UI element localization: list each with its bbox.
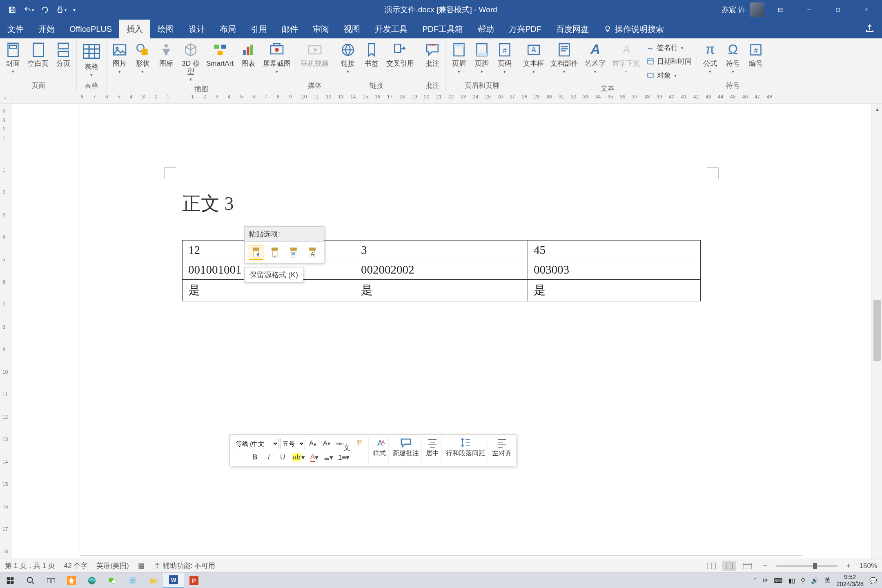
mini-new-comment[interactable]: 新建批注 — [390, 437, 422, 464]
taskbar-app-notes[interactable] — [122, 573, 143, 588]
paste-keep-text-only[interactable]: A — [305, 245, 320, 260]
footer-button[interactable]: 页脚▾ — [471, 40, 492, 76]
maximize-button[interactable] — [826, 0, 850, 20]
ribbon-display-options-button[interactable] — [768, 0, 793, 20]
page-break-button[interactable]: 分页 — [53, 40, 74, 69]
tab-pdf-toolkit[interactable]: PDF工具箱 — [415, 20, 470, 38]
taskbar-app-powerpoint[interactable]: P — [184, 573, 204, 588]
start-button[interactable] — [0, 573, 20, 588]
screenshot-button[interactable]: 屏幕截图▾ — [261, 40, 293, 76]
tab-home[interactable]: 开始 — [31, 20, 62, 38]
date-time-button[interactable]: 日期和时间 — [646, 55, 692, 68]
heading-text[interactable]: 正文 3 — [182, 191, 701, 216]
mini-font-size[interactable]: 五号 — [281, 438, 305, 449]
status-page[interactable]: 第 1 页，共 1 页 — [5, 561, 55, 570]
table-cell[interactable]: 是 — [183, 280, 355, 301]
tray-clock[interactable]: 9:52 2024/3/28 — [836, 574, 864, 587]
undo-button[interactable]: ▾ — [21, 2, 36, 17]
tray-ime[interactable]: 英 — [824, 577, 831, 584]
status-language[interactable]: 英语(美国) — [96, 561, 129, 570]
3d-models-button[interactable]: 3D 模型▾ — [179, 40, 202, 83]
status-macro-icon[interactable]: ▦ — [138, 561, 145, 570]
tab-mailings[interactable]: 邮件 — [274, 20, 305, 38]
table-cell[interactable]: 3 — [355, 241, 528, 260]
tab-draw[interactable]: 绘图 — [150, 20, 181, 38]
text-box-button[interactable]: A文本框▾ — [521, 40, 546, 76]
user-avatar[interactable] — [750, 2, 764, 17]
table-cell[interactable]: 是 — [355, 280, 528, 301]
mini-format-painter[interactable] — [354, 437, 366, 450]
mini-phonetic-guide[interactable]: wén文 — [334, 437, 352, 450]
tab-view[interactable]: 视图 — [336, 20, 368, 38]
zoom-level[interactable]: 150% — [860, 562, 877, 570]
tray-chevron-up-icon[interactable]: ˄ — [754, 577, 757, 584]
table-cell[interactable]: 是 — [528, 280, 701, 301]
tab-help[interactable]: 帮助 — [470, 20, 501, 38]
zoom-out-button[interactable]: − — [758, 561, 772, 571]
taskbar-app-edge[interactable] — [82, 573, 102, 588]
paste-merge-formatting[interactable] — [267, 245, 282, 260]
cross-reference-button[interactable]: 交叉引用 — [384, 40, 416, 69]
tab-insert[interactable]: 插入 — [119, 20, 150, 38]
link-button[interactable]: 链接▾ — [336, 40, 359, 76]
mini-bold[interactable]: B — [249, 451, 261, 463]
symbol-button[interactable]: Ω符号▾ — [722, 40, 744, 76]
scroll-up-button[interactable]: ▴ — [872, 104, 882, 114]
tab-officeplus[interactable]: OfficePLUS — [62, 20, 119, 38]
taskbar-app-wechat[interactable] — [102, 573, 122, 588]
share-button[interactable] — [865, 23, 875, 35]
mini-line-spacing[interactable]: 行和段落间距 — [443, 437, 488, 464]
tab-references[interactable]: 引用 — [243, 20, 274, 38]
mini-italic[interactable]: I — [263, 451, 275, 463]
tab-layout[interactable]: 布局 — [212, 20, 243, 38]
table-cell[interactable]: 003003 — [528, 260, 701, 280]
tab-wanxing-pdf[interactable]: 万兴PDF — [501, 20, 549, 38]
task-view-button[interactable] — [41, 573, 61, 588]
taskbar-app-word[interactable]: W — [163, 573, 184, 588]
redo-button[interactable] — [38, 2, 52, 17]
mini-font-color[interactable]: A▾ — [308, 451, 321, 463]
table-cell[interactable]: 45 — [528, 241, 701, 260]
tray-wifi-icon[interactable]: ⚲ — [801, 577, 805, 584]
header-button[interactable]: 页眉▾ — [448, 40, 470, 76]
mini-align-left[interactable]: 左对齐 — [490, 437, 514, 464]
view-web-layout[interactable] — [740, 561, 754, 571]
mini-font-name[interactable]: 等线 (中文 — [234, 438, 279, 449]
save-button[interactable] — [5, 2, 20, 17]
cover-page-button[interactable]: 封面▾ — [2, 40, 24, 76]
mini-styles[interactable]: AA 样式 — [370, 437, 389, 464]
page-number-button[interactable]: #页码▾ — [494, 40, 515, 76]
taskbar-app-spark[interactable] — [61, 573, 82, 588]
number-button[interactable]: #编号 — [745, 40, 766, 69]
search-button[interactable] — [20, 573, 41, 588]
zoom-slider[interactable] — [776, 565, 837, 567]
mini-bullets[interactable]: ≣▾ — [322, 451, 335, 463]
zoom-in-button[interactable]: + — [842, 561, 855, 571]
horizontal-ruler[interactable]: ⌐ 87654321123456789101112131415161718192… — [0, 92, 882, 104]
pictures-button[interactable]: 图片▾ — [109, 40, 130, 76]
paste-picture[interactable] — [286, 245, 301, 260]
mini-highlight[interactable]: ab▾ — [290, 451, 307, 463]
status-accessibility[interactable]: 辅助功能: 不可用 — [154, 561, 215, 570]
tell-me-search[interactable]: 操作说明搜索 — [596, 20, 664, 38]
blank-page-button[interactable]: 空白页 — [25, 40, 51, 69]
tab-design[interactable]: 设计 — [181, 20, 212, 38]
mini-underline[interactable]: U — [276, 451, 289, 463]
paste-keep-source-formatting[interactable] — [249, 245, 263, 260]
tab-file[interactable]: 文件 — [0, 20, 31, 38]
tab-developer[interactable]: 开发工具 — [368, 20, 415, 38]
status-word-count[interactable]: 42 个字 — [64, 561, 88, 570]
smartart-button[interactable]: SmartArt — [204, 40, 236, 69]
mini-center[interactable]: 居中 — [423, 437, 442, 464]
comment-button[interactable]: 批注 — [422, 40, 443, 69]
signature-line-button[interactable]: 签名行 — [646, 41, 692, 54]
taskbar-app-explorer[interactable] — [143, 573, 163, 588]
mini-numbering[interactable]: 1≡▾ — [336, 451, 351, 463]
object-button[interactable]: 对象 — [646, 69, 692, 82]
mini-shrink-font[interactable]: A▾ — [321, 437, 333, 450]
shapes-button[interactable]: 形状▾ — [132, 40, 153, 76]
table-cell[interactable]: 002002002 — [355, 260, 528, 280]
equation-button[interactable]: π公式▾ — [699, 40, 721, 76]
tray-sync-icon[interactable]: ⟳ — [763, 577, 768, 584]
bookmark-button[interactable]: 书签 — [361, 40, 382, 69]
